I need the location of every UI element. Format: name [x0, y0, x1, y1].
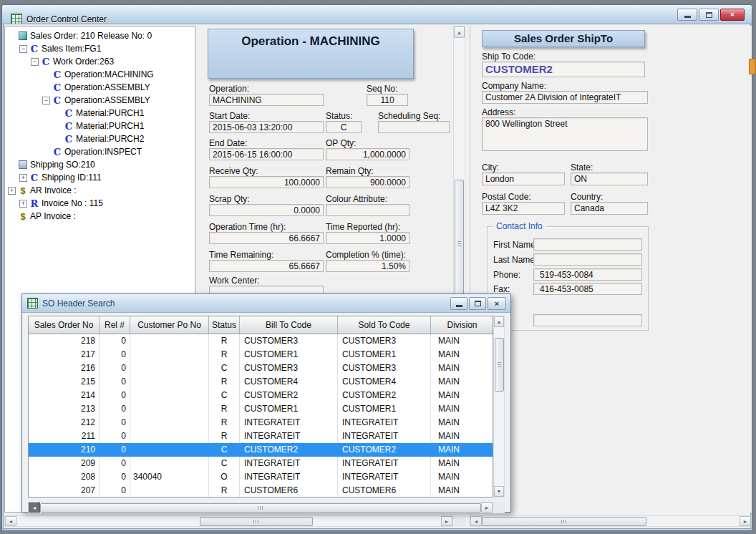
table-cell: CUSTOMER2	[338, 389, 431, 402]
tree-node-icon: C	[64, 108, 73, 119]
fax-field[interactable]: 416-453-0085	[533, 283, 642, 295]
end-date-field[interactable]: 2015-06-15 16:00:00	[209, 148, 324, 160]
tree-item[interactable]: C Operation:INSPECT	[5, 145, 195, 158]
receive-qty-field[interactable]: 100.0000	[209, 176, 324, 188]
scheduling-seq-field[interactable]	[378, 121, 450, 133]
address-field[interactable]: 800 Wellington Street	[482, 117, 648, 151]
column-header[interactable]: Rel #	[100, 316, 130, 334]
close-button[interactable]: ×	[720, 9, 745, 21]
scroll-left-icon[interactable]: ◄	[470, 516, 482, 526]
company-name-field[interactable]: Customer 2A Division of IntegrateIT	[482, 91, 648, 104]
scroll-right-icon[interactable]: ►	[740, 516, 751, 526]
time-remaining-field[interactable]: 65.6667	[209, 260, 324, 272]
tree-item[interactable]: C Material:PURCH2	[5, 132, 195, 145]
shipto-hscrollbar[interactable]: ◄ ►	[470, 515, 752, 527]
table-cell	[130, 429, 209, 443]
table-row[interactable]: 2120RINTEGRATEITINTEGRATEITMAIN	[29, 416, 493, 429]
column-header[interactable]: Status	[209, 316, 240, 334]
table-row[interactable]: 2090CINTEGRATEITINTEGRATEITMAIN	[29, 457, 493, 470]
expand-toggle-icon[interactable]: +	[19, 200, 27, 208]
hscroll-thumb[interactable]	[482, 517, 646, 526]
time-reported-field[interactable]: 1.0000	[326, 232, 410, 244]
table-row[interactable]: 2080340040OINTEGRATEITINTEGRATEITMAIN	[29, 470, 493, 484]
country-field[interactable]: Canada	[571, 202, 648, 215]
tree-item[interactable]: Sales Order: 210 Release No: 0	[5, 29, 195, 42]
table-row[interactable]: 2070RCUSTOMER6CUSTOMER6MAIN	[29, 484, 493, 497]
expand-toggle-icon[interactable]: +	[19, 174, 27, 182]
state-field[interactable]: ON	[571, 173, 648, 185]
ship-to-code-field[interactable]: CUSTOMER2	[482, 62, 645, 77]
shipto-panel-title: Sales Order ShipTo	[482, 30, 645, 47]
table-row[interactable]: 2130RCUSTOMER1CUSTOMER1MAIN	[29, 402, 493, 416]
scroll-left-icon[interactable]: ◄	[5, 516, 16, 526]
table-cell: MAIN	[431, 484, 493, 497]
remain-qty-field[interactable]: 900.0000	[326, 176, 410, 188]
completion-pct-field[interactable]: 1.50%	[326, 260, 410, 272]
tree-node-icon: C	[53, 69, 62, 80]
operation-time-field[interactable]: 66.6667	[209, 232, 324, 244]
table-row[interactable]: 2150RCUSTOMER4CUSTOMER4MAIN	[29, 375, 493, 389]
start-date-field[interactable]: 2015-06-03 13:20:00	[209, 121, 324, 133]
scrap-qty-field[interactable]: 0.0000	[209, 204, 324, 216]
tree-item[interactable]: + $ AR Invoice :	[5, 184, 195, 197]
column-header[interactable]: Customer Po No	[130, 316, 209, 334]
city-field[interactable]: London	[482, 173, 565, 185]
column-header[interactable]: Division	[431, 316, 493, 334]
expand-toggle-icon[interactable]: −	[31, 58, 39, 66]
minimize-button[interactable]	[677, 9, 697, 21]
main-titlebar[interactable]: Order Control Center	[2, 5, 752, 24]
dialog-close-button[interactable]: ×	[488, 297, 506, 310]
dialog-titlebar[interactable]: SO Header Search ×	[22, 294, 510, 313]
expand-toggle-icon[interactable]: +	[8, 187, 16, 195]
table-row[interactable]: 2170RCUSTOMER1CUSTOMER1MAIN	[29, 348, 493, 361]
table-row[interactable]: 2180RCUSTOMER3CUSTOMER3MAIN	[29, 334, 493, 348]
tree-item[interactable]: − C Sales Item:FG1	[5, 42, 195, 55]
tree-item[interactable]: $ AP Invoice :	[5, 210, 195, 223]
phone-field[interactable]: 519-453-0084	[533, 268, 642, 281]
tree-item[interactable]: C Material:PURCH1	[5, 120, 195, 132]
scroll-up-icon[interactable]: ▲	[454, 26, 465, 38]
operation-field[interactable]: MACHINING	[209, 94, 324, 106]
tree-item[interactable]: − C Operation:ASSEMBLY	[5, 94, 195, 107]
scroll-right-icon[interactable]: ►	[441, 516, 452, 526]
hscroll-thumb[interactable]	[200, 517, 313, 526]
maximize-button[interactable]	[699, 9, 719, 21]
table-row[interactable]: 2160CCUSTOMER3CUSTOMER3MAIN	[29, 361, 493, 375]
tree-item[interactable]: + C Shipping ID:111	[5, 171, 195, 184]
dialog-vscrollbar[interactable]: ▲ ▼	[493, 316, 505, 497]
tree-item[interactable]: + R Invoice No : 115	[5, 197, 195, 210]
column-header[interactable]: Sold To Code	[338, 316, 431, 334]
dialog-hscrollbar[interactable]: ◄ ►	[28, 502, 493, 513]
table-cell: 216	[29, 361, 100, 375]
contact-extra-field[interactable]	[533, 314, 642, 326]
scroll-up-icon[interactable]: ▲	[494, 316, 504, 327]
tree-item[interactable]: Shipping SO:210	[5, 158, 195, 171]
colour-attribute-field[interactable]	[326, 204, 410, 216]
expand-toggle-icon[interactable]: −	[42, 97, 50, 105]
scroll-left-icon[interactable]: ◄	[29, 503, 40, 513]
op-qty-field[interactable]: 1,000.0000	[326, 148, 410, 160]
vscroll-thumb[interactable]	[455, 180, 464, 309]
dialog-restore-button[interactable]	[469, 297, 486, 310]
table-row-selected[interactable]: 2100CCUSTOMER2CUSTOMER2MAIN	[29, 443, 493, 457]
tree-item[interactable]: C Operation:MACHINING	[5, 68, 195, 81]
column-header[interactable]: Sales Order No	[29, 316, 100, 334]
column-header[interactable]: Bill To Code	[240, 316, 338, 334]
tree-item[interactable]: C Operation:ASSEMBLY	[5, 81, 195, 94]
scroll-right-icon[interactable]: ►	[481, 503, 493, 513]
expand-toggle-icon[interactable]: −	[19, 45, 27, 53]
first-name-field[interactable]	[533, 238, 642, 251]
dialog-minimize-button[interactable]	[450, 297, 467, 310]
tree-item[interactable]: C Material:PURCH1	[5, 107, 195, 120]
last-name-field[interactable]	[533, 253, 642, 266]
postal-code-field[interactable]: L4Z 3K2	[482, 202, 565, 215]
main-hscrollbar[interactable]: ◄ ►	[4, 515, 453, 527]
table-row[interactable]: 2110RINTEGRATEITINTEGRATEITMAIN	[29, 429, 493, 443]
tree-item[interactable]: − C Work Order:263	[5, 55, 195, 68]
vscroll-thumb[interactable]	[495, 338, 504, 392]
hscroll-thumb[interactable]	[40, 503, 481, 513]
table-row[interactable]: 2140CCUSTOMER2CUSTOMER2MAIN	[29, 389, 493, 402]
seq-no-field[interactable]: 110	[367, 94, 408, 106]
scroll-down-icon[interactable]: ▼	[494, 486, 504, 497]
status-field[interactable]: C	[326, 121, 362, 133]
